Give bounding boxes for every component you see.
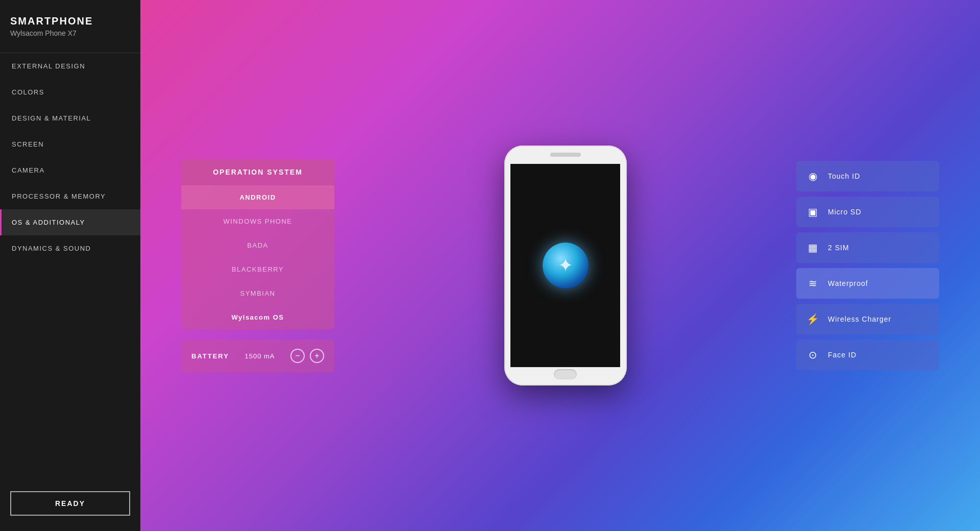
feature-label-wireless-charger: Wireless Charger: [828, 315, 891, 323]
fingerprint-icon: ◉: [804, 168, 821, 184]
phone-home-button: [554, 369, 577, 379]
feature-button-2-sim[interactable]: ▦2 SIM: [796, 232, 939, 263]
phone-top-bar: [517, 148, 615, 162]
sd-icon: ▣: [804, 204, 821, 220]
ready-button[interactable]: READY: [10, 491, 130, 516]
battery-controls: − +: [290, 349, 324, 363]
feature-label-micro-sd: Micro SD: [828, 208, 862, 216]
sidebar-item-design-material[interactable]: DESIGN & MATERIAL: [0, 105, 140, 131]
sidebar-item-dynamics-sound[interactable]: DYNAMICS & SOUND: [0, 235, 140, 261]
phone-screen: [510, 164, 620, 367]
sidebar-item-os-additionaly[interactable]: OS & ADDITIONALY: [0, 209, 140, 235]
os-option-symbian[interactable]: SYMBIAN: [181, 281, 334, 305]
os-options-list: ANDROIDWINDOWS PHONEBADABLACKBERRYSYMBIA…: [181, 185, 334, 329]
os-option-android[interactable]: ANDROID: [181, 185, 334, 209]
sim-icon: ▦: [804, 239, 821, 256]
sidebar-brand: SMARTPHONE: [10, 15, 130, 27]
feature-button-micro-sd[interactable]: ▣Micro SD: [796, 197, 939, 227]
feature-button-touch-id[interactable]: ◉Touch ID: [796, 161, 939, 191]
feature-label-face-id: Face ID: [828, 351, 856, 359]
sidebar-nav: EXTERNAL DESIGNCOLORSDESIGN & MATERIALSC…: [0, 53, 140, 261]
feature-button-face-id[interactable]: ⊙Face ID: [796, 340, 939, 370]
battery-label: BATTERY: [191, 352, 229, 360]
phone-logo: [543, 243, 589, 288]
water-icon: ≋: [804, 275, 821, 292]
feature-button-wireless-charger[interactable]: ⚡Wireless Charger: [796, 304, 939, 334]
os-option-windows-phone[interactable]: WINDOWS PHONE: [181, 209, 334, 233]
sidebar-item-camera[interactable]: CAMERA: [0, 157, 140, 183]
os-panel: OPERATION SYSTEM ANDROIDWINDOWS PHONEBAD…: [181, 159, 334, 329]
right-panel: ◉Touch ID▣Micro SD▦2 SIM≋Waterproof⚡Wire…: [796, 161, 939, 370]
sidebar-item-colors[interactable]: COLORS: [0, 79, 140, 105]
charge-icon: ⚡: [804, 311, 821, 327]
battery-increase-button[interactable]: +: [310, 349, 324, 363]
os-option-blackberry[interactable]: BLACKBERRY: [181, 257, 334, 281]
main-area: OPERATION SYSTEM ANDROIDWINDOWS PHONEBAD…: [140, 0, 980, 531]
sidebar-subtitle: Wylsacom Phone X7: [10, 29, 130, 37]
battery-value: 1500 mA: [244, 352, 275, 360]
ready-button-container: READY: [10, 491, 130, 516]
sidebar: SMARTPHONE Wylsacom Phone X7 EXTERNAL DE…: [0, 0, 140, 531]
battery-panel: BATTERY 1500 mA − +: [181, 340, 334, 372]
feature-button-waterproof[interactable]: ≋Waterproof: [796, 268, 939, 299]
os-panel-title: OPERATION SYSTEM: [181, 159, 334, 185]
phone-mockup: [504, 146, 627, 385]
feature-label-waterproof: Waterproof: [828, 279, 868, 287]
feature-label-touch-id: Touch ID: [828, 172, 860, 180]
sidebar-header: SMARTPHONE Wylsacom Phone X7: [0, 0, 140, 53]
left-panel: OPERATION SYSTEM ANDROIDWINDOWS PHONEBAD…: [181, 159, 334, 372]
os-option-bada[interactable]: BADA: [181, 233, 334, 257]
sidebar-item-external-design[interactable]: EXTERNAL DESIGN: [0, 53, 140, 79]
content-area: OPERATION SYSTEM ANDROIDWINDOWS PHONEBAD…: [140, 0, 980, 531]
sidebar-item-screen[interactable]: SCREEN: [0, 131, 140, 157]
face-icon: ⊙: [804, 347, 821, 363]
phone-speaker: [550, 153, 581, 157]
battery-decrease-button[interactable]: −: [290, 349, 305, 363]
os-option-wylsacom-os[interactable]: Wylsacom OS: [181, 305, 334, 329]
feature-label-2-sim: 2 SIM: [828, 244, 849, 252]
sidebar-item-processor-memory[interactable]: PROCESSOR & MEMORY: [0, 183, 140, 209]
phone-preview-container: [334, 146, 796, 385]
